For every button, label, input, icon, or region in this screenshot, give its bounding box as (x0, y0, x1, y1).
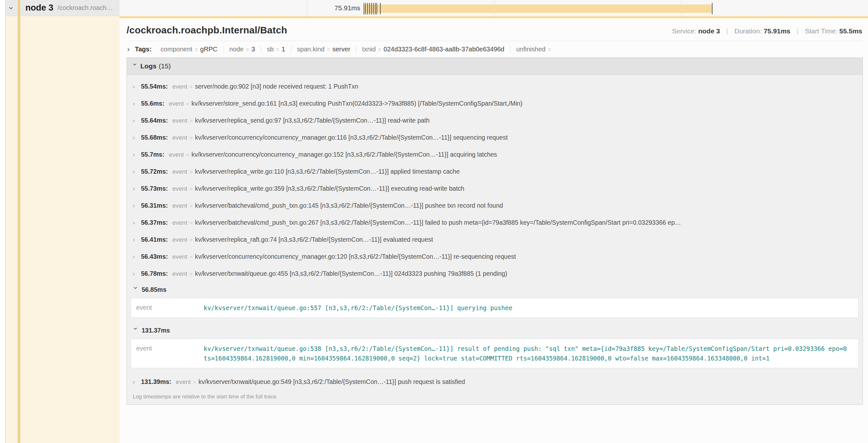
log-field-value: kv/kvserver/replica_write.go:359 [n3,s3,… (195, 185, 465, 192)
tag-value: 1 (281, 45, 285, 53)
log-timestamp: 56.31ms: (141, 202, 168, 209)
log-field-key: event (136, 303, 204, 313)
tag-key: node (229, 45, 244, 53)
tag-value: gRPC (200, 45, 217, 53)
service-value: node 3 (698, 27, 720, 35)
chevron-right-icon[interactable]: › (127, 46, 133, 53)
chevron-right-icon[interactable]: › (133, 236, 138, 243)
chevron-right-icon[interactable]: › (133, 219, 138, 226)
log-field-key: event (172, 236, 187, 243)
detail-header: /cockroach.roachpb.Internal/Batch Servic… (120, 18, 868, 41)
log-row[interactable]: ›55.72ms:event=kv/kvserver/replica_write… (127, 163, 863, 180)
tag-item: txnid=024d3323-6c8f-4863-aa8b-37ab0e6349… (356, 45, 510, 53)
chevron-down-icon[interactable]: › (132, 328, 139, 333)
selected-row-highlight-column (5, 16, 120, 443)
logs-footer-note: Log timestamps are relative to the start… (127, 390, 863, 405)
log-row[interactable]: ›56.31ms:event=kv/kvserver/batcheval/cmd… (127, 197, 863, 214)
tag-equals: = (378, 46, 382, 53)
chevron-right-icon[interactable]: › (133, 270, 138, 277)
chevron-right-icon[interactable]: › (133, 185, 138, 192)
span-name-cell[interactable]: › node 3 /cockroach.roach… (5, 0, 120, 16)
log-row[interactable]: ›56.43ms:event=kv/kvserver/concurrency/c… (127, 248, 863, 265)
log-field-key: event (172, 117, 187, 124)
tags-accordion[interactable]: › Tags: component=gRPCnode=3sb=1span.kin… (120, 41, 868, 57)
log-field-value: kv/kvserver/txnwait/queue.go:455 [n3,s3,… (195, 270, 507, 277)
log-row[interactable]: ›56.37ms:event=kv/kvserver/batcheval/cmd… (127, 214, 863, 231)
tree-gutter (0, 0, 5, 16)
log-field-value: kv/kvserver/replica_raft.go:74 [n3,s3,r6… (195, 236, 433, 243)
log-field-key: event (172, 83, 187, 90)
span-detail-panel: /cockroach.roachpb.Internal/Batch Servic… (120, 16, 868, 443)
log-row[interactable]: ›131.39ms:event=kv/kvserver/txnwait/queu… (127, 373, 863, 390)
chevron-right-icon[interactable]: › (133, 168, 138, 175)
log-row[interactable]: ›55.64ms:event=kv/kvserver/replica_send.… (127, 112, 863, 129)
log-row[interactable]: ›55.7ms:event=kv/kvserver/concurrency/co… (127, 146, 863, 163)
log-detail-table: eventkv/kvserver/txnwait/queue.go:557 [n… (131, 298, 859, 318)
log-timestamp: 56.43ms: (141, 253, 168, 260)
log-field-value: kv/kvserver/batcheval/cmd_push_txn.go:14… (195, 202, 503, 209)
chevron-down-icon[interactable]: › (131, 63, 138, 69)
log-field-equals: = (189, 118, 193, 124)
trace-detail-view: › node 3 /cockroach.roach… 75.91ms /cock… (0, 0, 868, 443)
log-marker-tick (369, 3, 370, 14)
log-field-equals: = (189, 203, 193, 209)
log-field-value: kv/kvserver/concurrency/concurrency_mana… (195, 253, 516, 260)
log-field-equals: = (189, 169, 193, 175)
duration-value: 75.91ms (764, 27, 790, 35)
logs-count: (15) (159, 62, 170, 70)
log-row[interactable]: ›56.78ms:event=kv/kvserver/txnwait/queue… (127, 265, 863, 282)
chevron-right-icon[interactable]: › (133, 151, 138, 158)
log-field-key: event (172, 168, 187, 175)
log-row-expanded-header[interactable]: ›56.85ms (127, 282, 863, 296)
tag-value: server (333, 45, 350, 53)
chevron-down-icon[interactable]: › (7, 2, 16, 14)
log-row[interactable]: ›55.6ms:event=kv/kvserver/store_send.go:… (127, 95, 863, 112)
span-operation-title: /cockroach.roachpb.Internal/Batch (127, 25, 287, 36)
chevron-right-icon[interactable]: › (133, 134, 138, 141)
logs-list: ›55.54ms:event=server/node.go:902 [n3] n… (127, 75, 863, 390)
tree-gutter (0, 16, 5, 443)
chevron-right-icon[interactable]: › (133, 83, 138, 90)
span-timeline[interactable]: 75.91ms (120, 0, 868, 16)
log-field-value: kv/kvserver/store_send.go:161 [n3,s3] ex… (191, 100, 522, 107)
span-color-indent-bar (18, 16, 20, 443)
logs-title: Logs (141, 62, 156, 70)
log-field-key: event (169, 100, 184, 107)
tag-key: component (161, 45, 192, 53)
timeline-gridline (681, 0, 681, 16)
tags-list: component=gRPCnode=3sb=1span.kind=server… (155, 45, 559, 53)
log-field-equals: = (189, 84, 193, 90)
chevron-down-icon[interactable]: › (132, 287, 139, 293)
log-timestamp: 55.68ms: (141, 134, 168, 141)
log-row[interactable]: ›55.68ms:event=kv/kvserver/concurrency/c… (127, 129, 863, 146)
log-row[interactable]: ›55.73ms:event=kv/kvserver/replica_write… (127, 180, 863, 197)
log-marker-tick (376, 3, 377, 14)
log-timestamp: 55.64ms: (141, 117, 168, 124)
span-duration-label: 75.91ms (334, 4, 364, 12)
log-field-equals: = (189, 135, 193, 141)
log-row-expanded-header[interactable]: ›131.37ms (127, 323, 863, 337)
log-field-equals: = (189, 220, 193, 226)
log-field-value: server/node.go:902 [n3] node received re… (195, 83, 358, 90)
chevron-right-icon[interactable]: › (133, 202, 138, 209)
log-field-value: kv/kvserver/concurrency/concurrency_mana… (195, 134, 508, 141)
log-field-equals: = (193, 379, 196, 385)
chevron-right-icon[interactable]: › (133, 100, 138, 107)
logs-accordion-header[interactable]: › Logs (15) (127, 58, 863, 75)
chevron-right-icon[interactable]: › (133, 253, 138, 260)
chevron-right-icon[interactable]: › (133, 378, 138, 385)
log-timestamp: 131.39ms: (141, 378, 171, 385)
log-field-key: event (172, 253, 187, 260)
log-marker-tick (373, 3, 374, 14)
log-field-value: kv/kvserver/replica_write.go:110 [n3,s3,… (195, 168, 460, 175)
log-row[interactable]: ›56.41ms:event=kv/kvserver/replica_raft.… (127, 231, 863, 248)
service-name: node 3 (25, 3, 53, 13)
chevron-right-icon[interactable]: › (133, 117, 138, 124)
span-duration-bar[interactable] (364, 4, 713, 13)
log-field-equals: = (189, 254, 193, 260)
log-field-value: kv/kvserver/batcheval/cmd_push_txn.go:26… (195, 219, 681, 226)
log-row[interactable]: ›55.54ms:event=server/node.go:902 [n3] n… (127, 78, 863, 95)
duration-label: Duration: (734, 27, 762, 35)
start-time-value: 55.5ms (839, 27, 862, 35)
log-field-key: event (172, 185, 187, 192)
